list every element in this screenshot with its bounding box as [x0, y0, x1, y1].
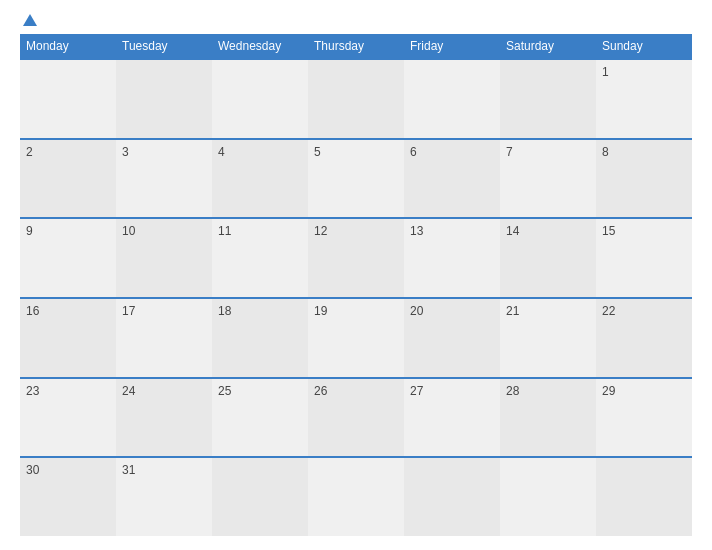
day-number: 7 [506, 145, 513, 159]
cal-cell: 22 [596, 299, 692, 377]
cal-cell: 28 [500, 379, 596, 457]
cal-cell [500, 60, 596, 138]
cal-cell: 19 [308, 299, 404, 377]
cal-cell [116, 60, 212, 138]
cal-row-2: 9101112131415 [20, 217, 692, 297]
cal-cell: 21 [500, 299, 596, 377]
cal-cell: 13 [404, 219, 500, 297]
day-number: 28 [506, 384, 519, 398]
cal-header-cell-sunday: Sunday [596, 34, 692, 58]
day-number: 21 [506, 304, 519, 318]
day-number: 15 [602, 224, 615, 238]
header [20, 18, 692, 26]
cal-cell: 14 [500, 219, 596, 297]
day-number: 19 [314, 304, 327, 318]
cal-cell: 26 [308, 379, 404, 457]
cal-cell: 18 [212, 299, 308, 377]
logo [20, 18, 40, 26]
cal-cell [212, 458, 308, 536]
cal-cell: 25 [212, 379, 308, 457]
day-number: 17 [122, 304, 135, 318]
cal-cell [20, 60, 116, 138]
cal-cell: 31 [116, 458, 212, 536]
day-number: 6 [410, 145, 417, 159]
day-number: 1 [602, 65, 609, 79]
day-number: 24 [122, 384, 135, 398]
cal-cell: 27 [404, 379, 500, 457]
cal-cell: 5 [308, 140, 404, 218]
cal-cell: 23 [20, 379, 116, 457]
day-number: 4 [218, 145, 225, 159]
day-number: 25 [218, 384, 231, 398]
cal-header-cell-friday: Friday [404, 34, 500, 58]
cal-cell: 17 [116, 299, 212, 377]
cal-cell: 8 [596, 140, 692, 218]
cal-cell [500, 458, 596, 536]
day-number: 13 [410, 224, 423, 238]
cal-cell: 12 [308, 219, 404, 297]
day-number: 29 [602, 384, 615, 398]
cal-cell [404, 458, 500, 536]
cal-header-cell-monday: Monday [20, 34, 116, 58]
cal-cell [596, 458, 692, 536]
cal-cell: 2 [20, 140, 116, 218]
cal-header-cell-tuesday: Tuesday [116, 34, 212, 58]
cal-cell: 29 [596, 379, 692, 457]
cal-cell: 7 [500, 140, 596, 218]
cal-cell: 9 [20, 219, 116, 297]
cal-cell [308, 458, 404, 536]
day-number: 2 [26, 145, 33, 159]
cal-row-4: 23242526272829 [20, 377, 692, 457]
cal-row-5: 3031 [20, 456, 692, 536]
day-number: 20 [410, 304, 423, 318]
day-number: 26 [314, 384, 327, 398]
day-number: 10 [122, 224, 135, 238]
cal-cell: 24 [116, 379, 212, 457]
cal-cell: 6 [404, 140, 500, 218]
day-number: 14 [506, 224, 519, 238]
cal-cell: 16 [20, 299, 116, 377]
day-number: 18 [218, 304, 231, 318]
logo-triangle-icon [23, 14, 37, 26]
day-number: 12 [314, 224, 327, 238]
cal-row-0: 1 [20, 58, 692, 138]
cal-row-3: 16171819202122 [20, 297, 692, 377]
calendar-header: MondayTuesdayWednesdayThursdayFridaySatu… [20, 34, 692, 58]
day-number: 23 [26, 384, 39, 398]
day-number: 3 [122, 145, 129, 159]
day-number: 16 [26, 304, 39, 318]
cal-cell: 3 [116, 140, 212, 218]
cal-header-cell-saturday: Saturday [500, 34, 596, 58]
cal-cell: 11 [212, 219, 308, 297]
day-number: 31 [122, 463, 135, 477]
calendar-body: 1234567891011121314151617181920212223242… [20, 58, 692, 536]
calendar: MondayTuesdayWednesdayThursdayFridaySatu… [20, 34, 692, 536]
cal-header-cell-wednesday: Wednesday [212, 34, 308, 58]
cal-cell: 1 [596, 60, 692, 138]
day-number: 27 [410, 384, 423, 398]
cal-cell [404, 60, 500, 138]
cal-cell [308, 60, 404, 138]
cal-cell: 15 [596, 219, 692, 297]
day-number: 9 [26, 224, 33, 238]
day-number: 8 [602, 145, 609, 159]
day-number: 11 [218, 224, 231, 238]
cal-cell: 30 [20, 458, 116, 536]
cal-cell: 4 [212, 140, 308, 218]
cal-header-cell-thursday: Thursday [308, 34, 404, 58]
page: MondayTuesdayWednesdayThursdayFridaySatu… [0, 0, 712, 550]
cal-cell: 20 [404, 299, 500, 377]
day-number: 22 [602, 304, 615, 318]
cal-cell [212, 60, 308, 138]
day-number: 30 [26, 463, 39, 477]
cal-row-1: 2345678 [20, 138, 692, 218]
cal-cell: 10 [116, 219, 212, 297]
day-number: 5 [314, 145, 321, 159]
